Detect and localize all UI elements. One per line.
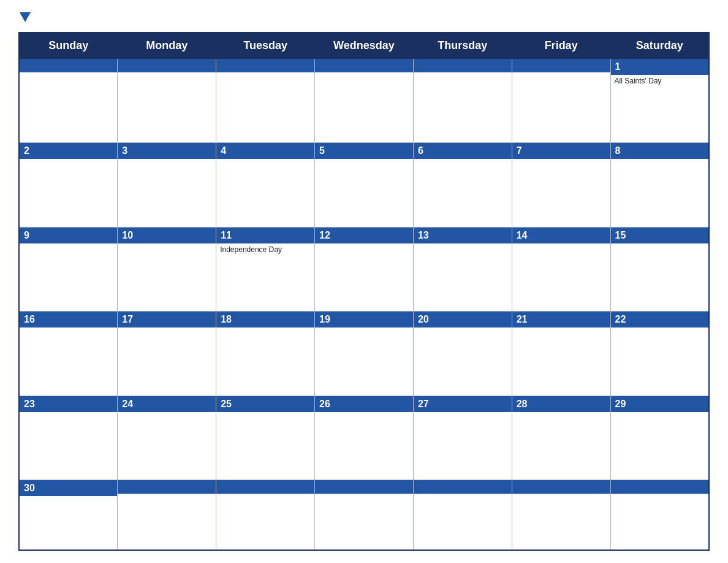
calendar-cell: 8	[610, 143, 709, 227]
calendar-cell: 19	[315, 312, 414, 396]
day-number: 7	[512, 143, 610, 159]
calendar-cell: 5	[315, 143, 414, 227]
day-number	[118, 480, 216, 494]
day-of-week-header: Saturday	[610, 33, 709, 59]
calendar-cell: 6	[413, 143, 512, 227]
day-number: 22	[611, 312, 708, 327]
calendar-cell: 12	[315, 227, 414, 311]
day-of-week-header: Monday	[118, 33, 216, 59]
day-number	[512, 480, 610, 494]
calendar-week-row: 2345678	[19, 143, 709, 227]
day-number: 11	[216, 228, 314, 243]
page-header	[18, 12, 710, 22]
day-number: 9	[20, 228, 117, 243]
calendar-cell: 30	[19, 480, 118, 550]
calendar-cell: 1All Saints' Day	[610, 59, 709, 143]
calendar-cell	[315, 59, 414, 143]
day-of-week-header: Tuesday	[216, 33, 315, 59]
calendar-cell: 24	[118, 396, 216, 480]
day-number	[216, 480, 314, 494]
calendar-cell: 23	[19, 396, 118, 480]
calendar-week-row: 1All Saints' Day	[19, 59, 709, 143]
day-number: 24	[118, 396, 216, 412]
calendar-week-row: 23242526272829	[19, 396, 709, 480]
day-number: 20	[414, 312, 512, 327]
day-number: 21	[512, 312, 610, 327]
day-number: 8	[611, 143, 708, 159]
calendar-cell: 10	[118, 227, 216, 311]
day-number: 4	[216, 143, 314, 159]
day-number: 18	[216, 312, 314, 327]
calendar-cell: 11Independence Day	[216, 227, 315, 311]
calendar-cell: 14	[512, 227, 610, 311]
day-number: 14	[512, 228, 610, 243]
day-number: 29	[611, 396, 708, 412]
day-number: 19	[315, 312, 413, 327]
day-number	[118, 59, 216, 72]
calendar-cell: 3	[118, 143, 216, 227]
day-number: 16	[20, 312, 117, 327]
day-number	[315, 480, 413, 494]
calendar-cell	[413, 59, 512, 143]
calendar-cell: 28	[512, 396, 610, 480]
day-number	[414, 480, 512, 494]
calendar-table: SundayMondayTuesdayWednesdayThursdayFrid…	[18, 32, 710, 551]
day-of-week-header: Friday	[512, 33, 610, 59]
calendar-cell: 7	[512, 143, 610, 227]
day-of-week-header: Thursday	[413, 33, 512, 59]
day-number: 5	[315, 143, 413, 159]
calendar-cell: 15	[610, 227, 709, 311]
day-number	[20, 59, 117, 72]
day-number: 10	[118, 228, 216, 243]
day-number: 2	[20, 143, 117, 159]
calendar-cell: 16	[19, 312, 118, 396]
day-number	[216, 59, 314, 72]
day-number	[414, 59, 512, 72]
calendar-cell: 18	[216, 312, 315, 396]
day-number: 23	[20, 396, 117, 412]
calendar-cell	[610, 480, 709, 550]
calendar-week-row: 30	[19, 480, 709, 550]
day-number: 15	[611, 228, 708, 243]
calendar-cell: 17	[118, 312, 216, 396]
calendar-cell: 27	[413, 396, 512, 480]
calendar-cell: 25	[216, 396, 315, 480]
day-event-label: Independence Day	[216, 243, 314, 256]
calendar-week-row: 16171819202122	[19, 312, 709, 396]
day-number: 28	[512, 396, 610, 412]
logo-triangle-icon	[20, 12, 31, 22]
day-number: 1	[611, 59, 708, 75]
day-of-week-header: Sunday	[19, 33, 118, 59]
calendar-cell	[19, 59, 118, 143]
day-number: 26	[315, 396, 413, 412]
day-of-week-header: Wednesday	[315, 33, 414, 59]
day-number	[512, 59, 610, 72]
calendar-cell	[216, 480, 315, 550]
calendar-week-row: 91011Independence Day12131415	[19, 227, 709, 311]
calendar-cell	[118, 480, 216, 550]
day-number: 12	[315, 228, 413, 243]
calendar-cell: 29	[610, 396, 709, 480]
day-number: 30	[20, 480, 117, 496]
day-number: 27	[414, 396, 512, 412]
calendar-cell: 21	[512, 312, 610, 396]
calendar-cell	[413, 480, 512, 550]
calendar-cell: 4	[216, 143, 315, 227]
logo	[18, 12, 31, 22]
day-number: 6	[414, 143, 512, 159]
calendar-cell	[216, 59, 315, 143]
calendar-cell	[315, 480, 414, 550]
day-number: 17	[118, 312, 216, 327]
day-event-label: All Saints' Day	[611, 75, 708, 87]
calendar-cell: 20	[413, 312, 512, 396]
day-number	[315, 59, 413, 72]
day-number: 3	[118, 143, 216, 159]
day-number: 13	[414, 228, 512, 243]
day-number: 25	[216, 396, 314, 412]
calendar-cell: 9	[19, 227, 118, 311]
calendar-cell	[118, 59, 216, 143]
calendar-cell	[512, 480, 610, 550]
calendar-cell: 2	[19, 143, 118, 227]
calendar-cell: 22	[610, 312, 709, 396]
calendar-cell: 26	[315, 396, 414, 480]
